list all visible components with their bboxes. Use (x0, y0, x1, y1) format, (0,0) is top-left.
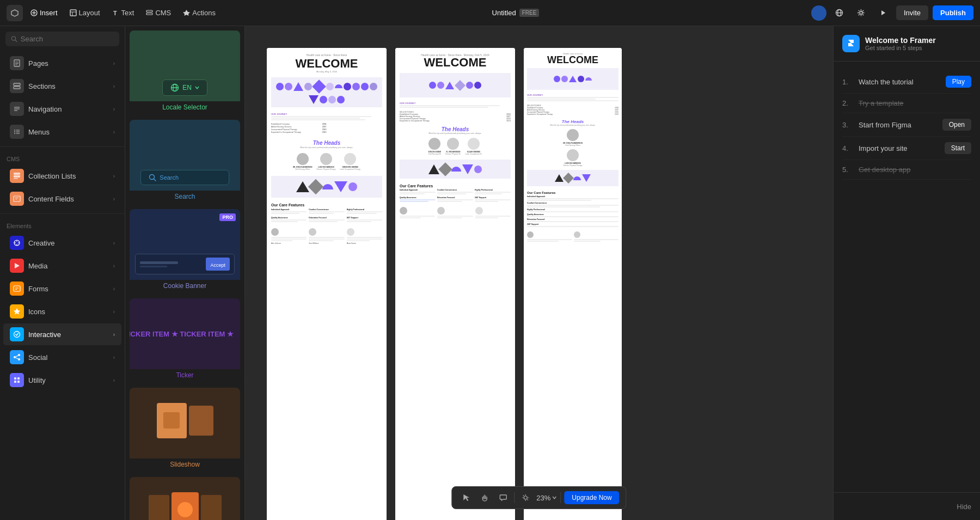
brightness-button[interactable] (518, 490, 533, 505)
sidebar-item-utility[interactable]: Utility › (3, 369, 121, 391)
comment-tool-button[interactable] (495, 490, 511, 505)
divider-elements (0, 213, 125, 214)
sidebar-item-content-fields[interactable]: Content Fields › (3, 188, 121, 210)
svg-point-27 (14, 130, 15, 131)
social-label: Social (28, 353, 47, 362)
rs-step-3: 3. Start from Figma Open (842, 113, 971, 137)
icons-chevron: › (113, 309, 115, 315)
collection-lists-chevron: › (113, 173, 115, 179)
toolbar-separator (514, 492, 514, 503)
step-1-play-button[interactable]: Play (946, 76, 971, 88)
pages-icon (10, 56, 24, 70)
step-3-open-button[interactable]: Open (942, 119, 971, 131)
svg-marker-10 (183, 10, 190, 16)
svg-marker-0 (11, 10, 18, 16)
cms-button[interactable]: CMS (142, 7, 175, 19)
sidebar-item-icons[interactable]: Icons › (3, 301, 121, 322)
collection-lists-label: Collection Lists (28, 172, 76, 180)
insert-button[interactable]: Insert (26, 7, 62, 19)
sidebar-item-sections[interactable]: Sections › (3, 75, 121, 97)
sidebar-item-navigation[interactable]: Navigation › (3, 98, 121, 120)
navigation-label: Navigation (28, 105, 62, 113)
svg-rect-23 (14, 87, 20, 89)
step-2-label: Try a template (859, 99, 971, 107)
creative-chevron: › (113, 240, 115, 246)
text-button[interactable]: T Text (108, 7, 139, 19)
svg-text:T: T (113, 10, 117, 16)
sidebar-item-collection-lists[interactable]: Collection Lists › (3, 165, 121, 187)
logo-button[interactable] (7, 5, 23, 21)
svg-line-63 (154, 179, 156, 181)
framer-logo (842, 35, 860, 52)
canvas-area: Health care at home · Since there WELCOM… (245, 26, 833, 520)
cursor-tool-button[interactable] (458, 490, 474, 505)
panel-cookie-banner[interactable]: PRO Accept Cookie Banner (130, 209, 240, 294)
canvas-toolbar: 23% Upgrade Now (451, 486, 626, 509)
hand-tool-button[interactable] (477, 490, 492, 505)
canvas-page-1[interactable]: Health care at home · Since there WELCOM… (267, 48, 387, 520)
step-3-label: Start from Figma (859, 121, 937, 129)
svg-line-54 (16, 358, 18, 359)
svg-point-65 (524, 496, 527, 499)
forms-chevron: › (113, 286, 115, 292)
slideshow-label: Slideshow (130, 458, 240, 473)
main-layout: Pages › Sections › Navigation › (0, 26, 980, 520)
sidebar-item-creative[interactable]: Creative › (3, 232, 121, 254)
cms-section-label: CMS (0, 150, 125, 164)
step-1-num: 1. (842, 78, 853, 86)
topbar: Insert Layout T Text CMS Actions Untitle… (0, 0, 980, 26)
rs-step-1: 1. Watch the tutorial Play (842, 70, 971, 94)
sidebar-item-social[interactable]: Social › (3, 346, 121, 368)
layout-button[interactable]: Layout (65, 7, 105, 19)
step-4-start-button[interactable]: Start (945, 142, 971, 154)
svg-marker-64 (463, 494, 469, 501)
panel-locale-selector[interactable]: EN Locale Selector (130, 30, 240, 115)
locale-selector-label: Locale Selector (130, 101, 240, 115)
title-badge: Untitled FREE (492, 9, 540, 17)
sidebar-item-pages[interactable]: Pages › (3, 52, 121, 74)
step-5-label: Get desktop app (859, 166, 971, 174)
sidebar-item-media[interactable]: Media › (3, 255, 121, 277)
upgrade-button[interactable]: Upgrade Now (564, 491, 619, 504)
step-2-num: 2. (842, 99, 853, 107)
collections-icon (10, 169, 24, 183)
canvas-page-2[interactable]: Health care at home · Since there · Mond… (395, 48, 515, 520)
pages-label: Pages (28, 59, 48, 68)
canvas-page-3[interactable]: Health care at home WELCOME OUR JOURNEY (524, 48, 622, 520)
navigation-icon (10, 102, 24, 116)
play-button[interactable] (874, 4, 892, 22)
svg-rect-56 (17, 377, 20, 380)
divider-cms (0, 146, 125, 147)
zoom-display[interactable]: 23% (536, 494, 557, 502)
sidebar-item-interactive[interactable]: Interactive › (3, 323, 121, 345)
sidebar-item-forms[interactable]: Forms › (3, 278, 121, 299)
svg-point-52 (18, 358, 20, 360)
panel-ticker[interactable]: ★ TICKER ITEM ★ TICKER ITEM ★ Ticker (130, 298, 240, 383)
right-sidebar: Welcome to Framer Get started in 5 steps… (833, 26, 980, 520)
utility-chevron: › (113, 377, 115, 383)
publish-button[interactable]: Publish (933, 5, 973, 20)
rs-step-4: 4. Import your site Start (842, 137, 971, 160)
svg-rect-4 (70, 10, 76, 16)
search-box[interactable] (5, 32, 119, 46)
search-icon (11, 35, 17, 42)
settings-button[interactable] (853, 4, 870, 22)
media-chevron: › (113, 263, 115, 269)
globe-button[interactable] (831, 4, 848, 22)
pro-badge: PRO (219, 213, 236, 221)
svg-rect-57 (14, 381, 16, 383)
invite-button[interactable]: Invite (896, 5, 928, 20)
hide-button[interactable]: Hide (957, 503, 971, 511)
menus-label: Menus (28, 128, 50, 136)
search-input[interactable] (21, 35, 114, 43)
panel-slideshow[interactable]: Slideshow (130, 388, 240, 473)
panel-carousel[interactable]: Carousel (130, 477, 240, 520)
actions-button[interactable]: Actions (179, 7, 220, 19)
sidebar-item-menus[interactable]: Menus › (3, 121, 121, 143)
topbar-center: Untitled FREE (492, 9, 540, 17)
interactive-label: Interactive (28, 331, 61, 339)
icons-icon (10, 304, 24, 319)
panel-search[interactable]: Search Search (130, 120, 240, 205)
avatar-button[interactable] (811, 5, 826, 21)
svg-point-50 (18, 354, 20, 356)
